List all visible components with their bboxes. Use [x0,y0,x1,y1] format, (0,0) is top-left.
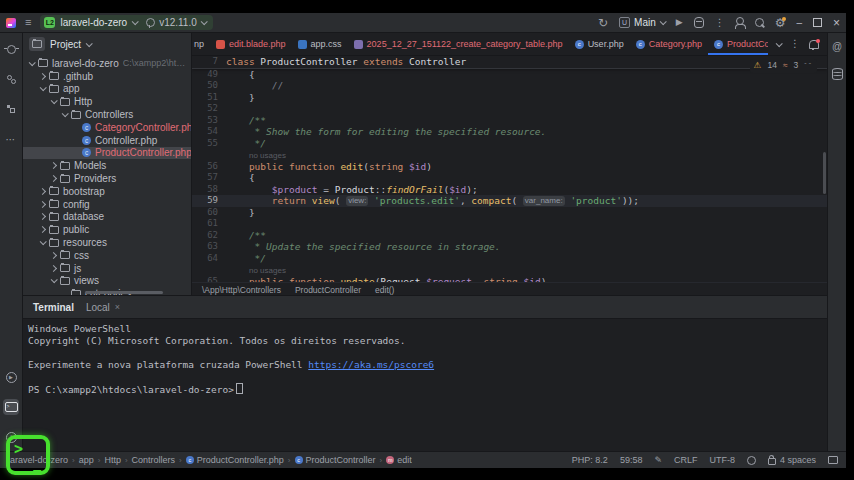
project-widget[interactable]: L2 laravel-do-zero v12.11.0 [40,15,212,30]
run-button[interactable]: ▶ [676,18,683,27]
debug-icon[interactable] [694,17,704,28]
chevron-right-icon[interactable] [39,188,46,195]
tab-productcontroller-php[interactable]: cProductController.php× [708,33,768,55]
tree-item-path: C:\xampp2\htdocs\laravel-do-zero [123,58,187,68]
window-maximize-button[interactable] [813,18,822,27]
code-token: } [226,92,255,103]
tab-options-icon[interactable]: ⋮ [790,39,800,49]
status-item-crlf[interactable]: CRLF [674,455,698,465]
chevron-right-icon[interactable] [50,175,57,182]
tree-item-models[interactable]: Models [23,159,191,172]
main-menu-icon[interactable]: ≡ [25,17,31,28]
more-actions-icon[interactable]: ⋮ [715,18,725,28]
terminal-tool-icon[interactable]: > [3,399,19,415]
status-item-59-58[interactable]: 59:58 [620,455,643,465]
status-item-screen[interactable] [828,456,838,464]
tree-item--github[interactable]: .github [23,70,191,83]
status-item-pencil[interactable]: ✎ [654,455,662,465]
screen-recorder-terminal-overlay-icon[interactable]: > _ [6,435,50,475]
pull-requests-tool-icon[interactable] [3,71,19,87]
vcs-update-icon[interactable]: ↻ [598,17,608,29]
terminal-tab-close-icon[interactable]: × [115,302,120,312]
chevron-right-icon[interactable] [39,226,46,233]
usages-hint[interactable]: no usages [226,151,286,160]
inspection-nav-arrows[interactable]: ˆˇ [804,60,813,72]
database-tool-icon[interactable] [832,68,843,80]
tree-item-config[interactable]: config [23,198,191,211]
breadcrumb-item[interactable]: ProductController [295,285,361,295]
run-tool-icon[interactable]: ▶ [3,369,19,385]
chevron-down-icon[interactable] [62,110,69,117]
tab-category-php[interactable]: cCategory.php [630,33,708,55]
tree-item-views[interactable]: views [23,275,191,288]
chevron-right-icon[interactable] [39,213,46,220]
chevron-down-icon[interactable] [51,277,58,284]
tab-label: User.php [588,39,624,49]
tab-app-css[interactable]: app.css [292,33,348,55]
terminal-tab-local[interactable]: Local × [86,302,120,313]
window-minimize-button[interactable]: – [796,18,802,28]
notifications-bell-icon[interactable] [809,40,819,49]
chevron-down-icon[interactable] [40,85,47,92]
chevron-right-icon[interactable] [50,162,57,169]
status-item-4-spaces[interactable]: 4 spaces [768,455,816,465]
tree-item-http[interactable]: Http [23,95,191,108]
chevron-right-icon[interactable] [39,73,46,80]
tab-edit-blade-php[interactable]: edit.blade.php [210,33,292,55]
code-token: extends [363,56,409,67]
status-item-ring[interactable] [747,456,756,465]
usages-hint[interactable]: no usages [226,266,286,275]
code-editor[interactable]: 7class ProductController extends Control… [192,56,827,282]
hidden-tabs-chevron-icon[interactable] [776,40,783,47]
window-close-button[interactable]: × [833,17,840,29]
inspections-widget[interactable]: ⚠14 ≈3 ˆˇ [750,59,817,73]
tree-horizontal-scrollbar[interactable] [85,291,163,294]
breadcrumb-item[interactable]: \App\Http\Controllers [202,285,281,295]
tree-item-database[interactable]: database [23,211,191,224]
tree-item-resources[interactable]: resources [23,236,191,249]
more-tool-windows-icon[interactable]: ⋯ [3,131,19,147]
chevron-down-icon[interactable] [51,98,58,105]
chevron-down-icon[interactable] [29,59,36,66]
commit-tool-icon[interactable] [3,41,19,57]
breadcrumb-item[interactable]: edit() [375,285,394,295]
chevron-right-icon[interactable] [39,201,46,208]
tree-item-public[interactable]: public [23,223,191,236]
line-number [192,149,226,161]
nav-item-edit[interactable]: medit [386,455,412,465]
editor-scrollbar-thumb[interactable] [823,152,826,194]
search-everywhere-icon[interactable] [755,18,764,27]
tree-item-categorycontroller-php[interactable]: cCategoryController.php [23,121,191,134]
code-with-me-icon[interactable] [736,17,744,25]
status-item-php-8-2[interactable]: PHP: 8.2 [572,455,608,465]
chevron-right-icon[interactable] [50,265,57,272]
chevron-right-icon[interactable] [50,252,57,259]
tab-user-php[interactable]: cUser.php [569,33,630,55]
tree-item-controllers[interactable]: Controllers [23,108,191,121]
terminal-link[interactable]: https://aka.ms/pscore6 [308,359,434,370]
ai-assistant-icon[interactable]: @ [832,41,842,52]
tree-item-controller-php[interactable]: cController.php [23,134,191,147]
nav-item-app[interactable]: app [79,455,94,465]
project-panel-header[interactable]: Project [23,33,191,55]
settings-gear-icon[interactable]: ⚙ [775,17,786,29]
tab-np[interactable]: np [192,33,210,55]
nav-item-http[interactable]: Http [104,455,121,465]
nav-item-productcontroller[interactable]: cProductController [295,455,376,465]
tree-item-css[interactable]: css [23,249,191,262]
tree-item-providers[interactable]: Providers [23,172,191,185]
tree-item-js[interactable]: js [23,262,191,275]
structure-tool-icon[interactable] [3,101,19,117]
terminal-output[interactable]: Windows PowerShellCopyright (C) Microsof… [23,319,827,451]
tab-2025-12-27-151122-create-category-table-php[interactable]: 2025_12_27_151122_create_category_table.… [348,33,569,55]
tree-item-bootstrap[interactable]: bootstrap [23,185,191,198]
tree-item-app[interactable]: app [23,83,191,96]
status-item-utf-8[interactable]: UTF-8 [709,455,735,465]
nav-item-productcontroller-php[interactable]: cProductController.php [186,455,284,465]
tree-item-productcontroller-php[interactable]: cProductController.php [23,147,191,160]
run-config-widget[interactable]: U Main [619,17,665,28]
version-widget[interactable]: v12.11.0 [146,17,206,28]
tree-item-laravel-do-zero[interactable]: laravel-do-zeroC:\xampp2\htdocs\laravel-… [23,57,191,70]
chevron-down-icon[interactable] [40,238,47,245]
nav-item-controllers[interactable]: Controllers [132,455,176,465]
